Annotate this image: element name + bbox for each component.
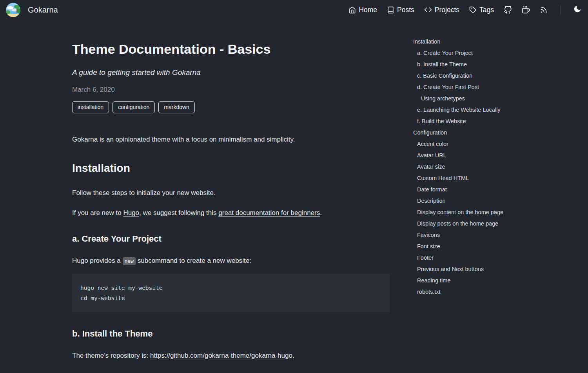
hugo-provides-paragraph: Hugo provides a new subcommand to create… [72,257,390,265]
code-icon [424,6,432,14]
tag-chip[interactable]: installation [72,101,109,113]
brand-link[interactable]: Gokarna [6,3,58,17]
text-run: , we suggest following this [139,209,218,217]
toc-item[interactable]: Description [413,195,516,207]
code-line: cd my-website [80,295,125,301]
code-line: hugo new site my-website [80,285,163,291]
toc-item[interactable]: Avatar size [413,161,516,173]
post-date: March 6, 2020 [72,86,390,94]
new-to-hugo-paragraph: If you are new to Hugo, we suggest follo… [72,209,390,217]
coffee-icon [522,6,530,14]
toc-item[interactable]: Custom Head HTML [413,173,516,184]
nav-divider [560,5,561,14]
text-run: . [320,209,322,217]
nav-link-tags[interactable]: Tags [469,6,494,14]
moon-icon [573,5,582,15]
text-run: The theme’s repository is: [72,352,150,359]
toc-item[interactable]: a. Create Your Project [413,47,516,59]
toc-item[interactable]: Favicons [413,229,516,241]
site-avatar [6,3,20,17]
text-run: If you are new to [72,209,123,217]
toc-item[interactable]: Installation [413,36,516,47]
post-title: Theme Documentation - Basics [72,42,390,57]
nav-link-posts[interactable]: Posts [387,6,414,14]
hugo-link[interactable]: Hugo [123,209,139,217]
toc-item[interactable]: Footer [413,252,516,264]
beginners-docs-link[interactable]: great documentation for beginners [218,209,320,217]
toc-item[interactable]: robots.txt [413,286,516,298]
create-project-heading: a. Create Your Project [72,234,390,244]
text-run: Hugo provides a [72,257,123,264]
code-content: hugo new site my-website cd my-website [80,285,163,301]
toc-item[interactable]: Date format [413,184,516,195]
nav-link-projects[interactable]: Projects [424,6,459,14]
rss-icon [540,6,548,14]
repo-link[interactable]: https://github.com/gokarna-theme/gokarna… [150,352,292,359]
toc-item[interactable]: Display content on the home page [413,207,516,218]
nav-label: Home [359,6,377,14]
tag-chip[interactable]: markdown [158,101,195,113]
text-run: subcommand to create a new website: [136,257,251,264]
toc-item[interactable]: Font size [413,241,516,252]
toc-item[interactable]: c. Basic Configuration [413,70,516,82]
navbar: Gokarna Home Posts Projects Tags [0,0,588,20]
toc-item[interactable]: Previous and Next buttons [413,264,516,275]
repo-paragraph: The theme’s repository is: https://githu… [72,351,390,360]
toc-item[interactable]: Configuration [413,127,516,138]
nav-link-home[interactable]: Home [348,6,377,14]
nav-menu: Home Posts Projects Tags [348,5,582,15]
post-tags: installationconfigurationmarkdown [72,101,390,113]
toc-item[interactable]: e. Launching the Website Locally [413,104,516,116]
intro-paragraph: Gokarna is an opinionated theme with a f… [72,135,390,144]
toc-item[interactable]: b. Install the Theme [413,59,516,70]
page-container: Theme Documentation - Basics A guide to … [72,20,516,373]
nav-label: Projects [435,6,459,14]
submodule-paragraph: Make this repository a submodule of your… [72,371,390,373]
theme-toggle-button[interactable] [573,5,582,15]
toc-item[interactable]: Reading time [413,275,516,286]
text-run: . [292,352,294,359]
nav-label: Posts [397,6,414,14]
book-icon [387,6,394,14]
install-theme-heading: b. Install the Theme [72,329,390,339]
brand-title: Gokarna [28,5,58,15]
tag-icon [469,6,477,14]
tag-chip[interactable]: configuration [113,101,155,113]
toc-item[interactable]: f. Build the Website [413,116,516,127]
nav-label: Tags [479,6,494,14]
github-icon [504,6,512,14]
follow-steps-paragraph: Follow these steps to initialize your ne… [72,189,390,197]
toc-item[interactable]: Avatar URL [413,150,516,161]
post-subtitle: A guide to getting started with Gokarna [72,68,390,77]
toc-item[interactable]: Using archetypes [413,93,516,104]
code-block[interactable]: hugo new site my-website cd my-website [72,274,390,312]
toc-item[interactable]: Accent color [413,138,516,150]
table-of-contents: Installationa. Create Your Projectb. Ins… [413,20,516,298]
coffee-link[interactable] [522,6,530,14]
toc-item[interactable]: d. Create Your First Post [413,82,516,93]
home-icon [348,6,356,14]
toc-item[interactable]: Display posts on the home page [413,218,516,229]
article-body: Gokarna is an opinionated theme with a f… [72,135,390,373]
post-article: Theme Documentation - Basics A guide to … [72,20,390,373]
rss-link[interactable] [540,6,548,14]
installation-heading: Installation [72,162,390,175]
github-link[interactable] [504,6,512,14]
inline-code-new: new [123,257,136,265]
